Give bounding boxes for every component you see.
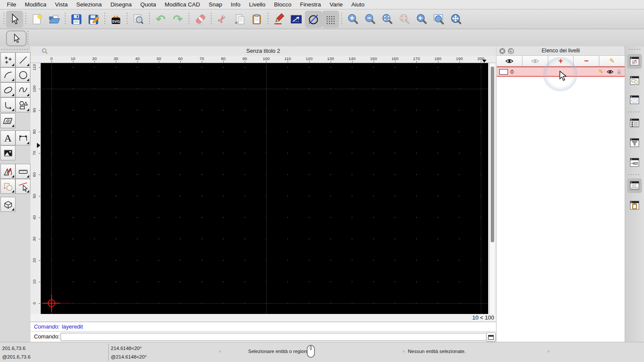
scale-button[interactable] (288, 11, 305, 28)
menu-item-seleziona[interactable]: Seleziona (72, 0, 106, 9)
selection-tools-button[interactable] (0, 179, 15, 194)
save-as-button[interactable] (85, 11, 102, 28)
arc-icon (3, 70, 13, 80)
layer-lock-icon[interactable] (617, 69, 622, 75)
text-tool-button[interactable]: A (0, 130, 15, 145)
open-document-button[interactable] (46, 11, 63, 28)
document-titlebar[interactable]: Senza titolo 2 (30, 46, 496, 56)
menu-item-modifica[interactable]: Modifica (21, 0, 51, 9)
selection-tool-button[interactable] (6, 11, 23, 28)
menu-item-varie[interactable]: Varie (325, 0, 347, 9)
hide-all-layers-button[interactable] (522, 56, 548, 66)
redo-button[interactable]: ↷ (169, 11, 186, 28)
print-preview-button[interactable] (130, 11, 147, 28)
layer-color-swatch[interactable] (499, 69, 508, 75)
zoom-selection-button[interactable] (396, 11, 413, 28)
command-line-toggle[interactable] (627, 178, 642, 193)
zoom-previous-button[interactable] (413, 11, 430, 28)
dock-handle[interactable] (629, 49, 640, 50)
menu-item-livello[interactable]: Livello (245, 0, 270, 9)
add-layer-button[interactable]: + (548, 56, 574, 66)
cut-button[interactable]: ✂ (214, 11, 231, 28)
show-all-layers-button[interactable] (497, 56, 522, 66)
ellipse-tool-button[interactable] (0, 82, 15, 97)
solid-tool-button[interactable] (0, 197, 15, 212)
measure-tool-button[interactable] (15, 164, 30, 179)
h-ruler-label: 110 (284, 56, 291, 61)
menu-item-finestra[interactable]: Finestra (296, 0, 325, 9)
modify-tool-button[interactable] (0, 164, 15, 179)
toolbar-handle[interactable] (3, 13, 4, 26)
menu-item-quota[interactable]: Quota (136, 0, 161, 9)
polyline-tool-button[interactable] (0, 97, 15, 112)
block-list-panel-icon (629, 75, 640, 86)
grid-toggle-button[interactable] (322, 11, 339, 28)
drawing-canvas[interactable] (41, 63, 488, 314)
rel-polar-coordinates: @214.6148<20° (111, 354, 147, 359)
dimension-tool-button[interactable] (15, 130, 30, 145)
block-list-toggle[interactable] (627, 73, 642, 88)
delete-button[interactable] (191, 11, 209, 28)
palette-handle[interactable] (1, 49, 28, 50)
left-tool-palette: A (0, 46, 30, 342)
menu-item-disegna[interactable]: Disegna (106, 0, 136, 9)
property-editor-toggle[interactable] (627, 116, 642, 130)
draft-mode-button[interactable] (305, 11, 322, 28)
mouse-hint-icon (306, 344, 316, 358)
red-pencil-icon (273, 13, 286, 26)
circle-tool-button[interactable] (15, 67, 30, 82)
lamp-panel-toggle[interactable] (627, 155, 642, 170)
origin-crosshair (41, 282, 73, 314)
svg-export-button[interactable]: SVG (107, 11, 125, 28)
save-button[interactable] (68, 11, 85, 28)
zoom-out-button[interactable] (361, 11, 379, 28)
zoom-in-button[interactable] (344, 11, 361, 28)
undo-button[interactable]: ↶ (152, 11, 169, 28)
menu-item-aiuto[interactable]: Aiuto (347, 0, 369, 9)
scrollbar-thumb[interactable] (491, 66, 494, 242)
zoom-auto-button[interactable] (379, 11, 396, 28)
arc-tool-button[interactable] (0, 67, 15, 82)
library-browser-toggle[interactable] (627, 93, 642, 107)
selection-filter-toggle[interactable] (627, 136, 642, 150)
svg-export-icon: SVG (109, 13, 122, 26)
hatch-tool-button[interactable] (0, 113, 15, 128)
property-editor-panel-icon (629, 118, 640, 129)
pan-button[interactable] (447, 11, 465, 28)
menu-item-blocco[interactable]: Blocco (270, 0, 296, 9)
meta-grid-line (41, 89, 488, 89)
shapes-tool-button[interactable] (15, 97, 30, 112)
layer-list-toggle[interactable] (627, 54, 642, 69)
menu-item-vista[interactable]: Vista (51, 0, 72, 9)
remove-layer-button[interactable]: − (574, 56, 599, 66)
command-input[interactable] (61, 333, 487, 341)
menu-item-modifica-cad[interactable]: Modifica CAD (160, 0, 204, 9)
menu-item-file[interactable]: File (3, 0, 21, 9)
modify-entity-button[interactable] (15, 179, 30, 194)
back-to-selection-button[interactable] (6, 30, 27, 46)
draw-order-button[interactable] (270, 11, 288, 28)
vertical-scrollbar[interactable] (489, 63, 495, 314)
line-tool-button[interactable] (15, 52, 30, 67)
zoom-window-button[interactable] (430, 11, 447, 28)
paste-button[interactable] (248, 11, 265, 28)
layer-visibility-eye-icon[interactable] (607, 69, 614, 74)
copy-button[interactable]: + (231, 11, 248, 28)
new-document-button[interactable] (28, 11, 46, 28)
h-ruler-tick (309, 61, 310, 63)
h-ruler-tick (352, 61, 352, 63)
main-toolbar: SVG ↶ ↷ ✂ + (0, 9, 644, 29)
points-tool-button[interactable] (0, 52, 15, 67)
layer-panel-titlebar[interactable]: Elenco dei livelli (497, 46, 625, 56)
edit-layer-button[interactable]: ✎ (599, 56, 625, 66)
image-tool-button[interactable] (0, 145, 15, 160)
layer-edit-pencil-icon[interactable]: ✎ (598, 68, 604, 75)
clipboard-panel-toggle[interactable] (627, 198, 642, 213)
menu-item-snap[interactable]: Snap (204, 0, 227, 9)
grid-dots-icon (324, 13, 337, 26)
h-ruler-tick (159, 61, 159, 63)
menu-item-info[interactable]: Info (227, 0, 245, 9)
command-options-button[interactable] (486, 332, 496, 342)
command-history-value: layeredit (62, 323, 83, 330)
spline-tool-button[interactable] (15, 82, 30, 97)
